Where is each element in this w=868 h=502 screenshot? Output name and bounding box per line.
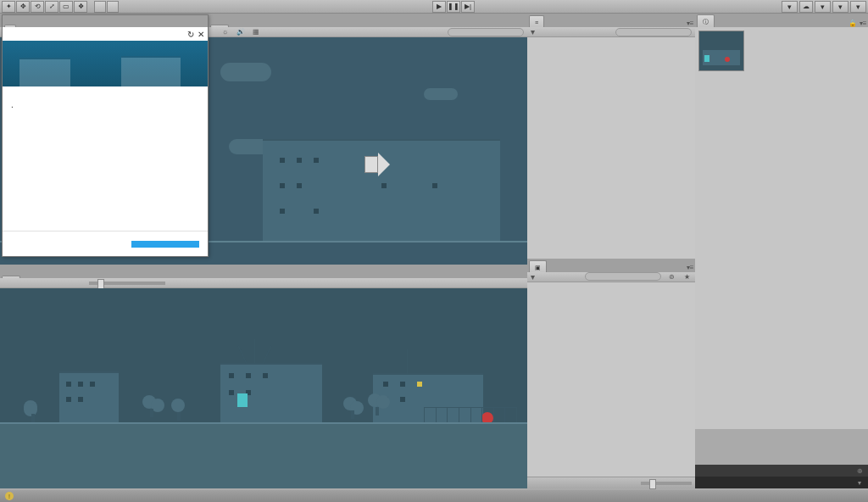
pivot-center-button[interactable]	[94, 1, 106, 13]
project-thumb-slider[interactable]	[641, 482, 692, 485]
transform-tools: ✦ ✥ ⟲ ⤢ ▭ ❖	[2, 1, 87, 13]
cloud-decoration	[424, 88, 458, 100]
hierarchy-tree[interactable]	[527, 37, 695, 259]
project-tab-row: ▣ ▾≡	[527, 259, 695, 272]
pivot-tools	[94, 1, 119, 13]
layout-button[interactable]: ▾	[850, 1, 866, 13]
inspector-header	[698, 31, 865, 71]
asset-f[interactable]: ▾	[854, 478, 865, 487]
project-create-button[interactable]: ▾	[531, 272, 535, 282]
project-filter-icon[interactable]: ⊚	[666, 272, 676, 281]
project-options-icon[interactable]: ▾≡	[685, 264, 695, 272]
hierarchy-search-input[interactable]	[615, 28, 692, 36]
walkthrough-refresh-icon[interactable]: ↻	[187, 30, 194, 39]
player-sprite	[237, 393, 248, 407]
inspector-tab[interactable]: ⓘ	[697, 14, 715, 27]
walkthrough-start-button[interactable]	[131, 241, 199, 248]
scene-light-icon[interactable]: ☼	[220, 28, 231, 36]
status-warning-icon[interactable]: !	[5, 492, 14, 500]
walkthrough-close-icon[interactable]: ✕	[198, 30, 204, 39]
antenna-decoration	[407, 349, 408, 373]
play-controls: ▶ ❚❚ ▶|	[432, 1, 475, 13]
inspector-tab-row: ⓘ 🔒 ▾≡	[695, 14, 868, 27]
hierarchy-tab[interactable]: ≡	[529, 15, 544, 27]
rotate-tool[interactable]: ⟲	[31, 1, 44, 13]
walkthrough-tab-row	[3, 15, 208, 27]
antenna-decoration	[254, 339, 255, 363]
tree-decoration	[142, 395, 161, 417]
scene-fx-icon[interactable]: ▦	[251, 28, 261, 36]
walkthrough-panel: ↻ ✕ .	[2, 14, 209, 257]
inspector-body	[695, 27, 868, 429]
game-toolbar	[0, 278, 527, 288]
antenna-decoration	[263, 346, 271, 363]
layers-button[interactable]: ▾	[832, 1, 849, 13]
cloud-button[interactable]: ☁	[799, 1, 813, 13]
scene-audio-icon[interactable]: 🔊	[236, 28, 246, 36]
walkthrough-banner	[3, 41, 208, 86]
fence-decoration	[424, 407, 517, 422]
collab-button[interactable]: ▾	[782, 1, 798, 13]
project-tree[interactable]	[527, 282, 695, 477]
move-tool[interactable]: ✥	[16, 1, 30, 13]
project-search-input[interactable]	[585, 272, 661, 281]
hand-tool[interactable]: ✦	[2, 1, 15, 13]
asset-labels-row: ⊕	[695, 465, 868, 477]
building-decoration	[220, 363, 322, 422]
walkthrough-footer	[3, 231, 208, 256]
tree-decoration	[170, 399, 188, 421]
antenna-decoration	[238, 346, 247, 363]
game-viewport[interactable]	[0, 288, 527, 488]
project-toolbar: ▾ ⊚ ★	[527, 272, 695, 282]
status-bar: !	[0, 490, 868, 502]
inspector-options-icon[interactable]: ▾≡	[858, 19, 868, 27]
hierarchy-tab-row: ≡ ▾≡	[527, 14, 695, 27]
inspector-lock-icon[interactable]: 🔒	[848, 19, 858, 27]
project-tab[interactable]: ▣	[529, 260, 547, 272]
tree-decoration	[343, 397, 362, 419]
rect-tool[interactable]: ▭	[59, 1, 73, 13]
asset-bundle-row: ▾	[695, 477, 868, 488]
cloud-decoration	[220, 63, 271, 81]
walkthrough-title-row: ↻ ✕	[3, 27, 208, 41]
account-button[interactable]: ▾	[815, 1, 831, 13]
step-button[interactable]: ▶|	[461, 1, 475, 13]
pivot-local-button[interactable]	[107, 1, 119, 13]
hierarchy-options-icon[interactable]: ▾≡	[685, 19, 695, 27]
hierarchy-create-button[interactable]: ▾	[531, 27, 535, 36]
project-footer	[527, 477, 695, 488]
main-toolbar: ✦ ✥ ⟲ ⤢ ▭ ❖ ▶ ❚❚ ▶| ▾ ☁ ▾ ▾ ▾	[0, 0, 868, 14]
play-button[interactable]: ▶	[432, 1, 446, 13]
walkthrough-content: .	[3, 86, 208, 231]
game-scale-slider[interactable]	[89, 282, 165, 285]
tree-decoration	[368, 393, 387, 416]
audio-source-gizmo[interactable]	[364, 148, 398, 181]
project-favorite-icon[interactable]: ★	[682, 272, 692, 281]
ground-fill	[0, 424, 527, 488]
hierarchy-toolbar: ▾	[527, 27, 695, 37]
multi-tool[interactable]: ❖	[74, 1, 87, 13]
right-toolbar: ▾ ☁ ▾ ▾ ▾	[782, 1, 866, 13]
game-tab-row	[0, 265, 527, 278]
asset-labels-add-icon[interactable]: ⊕	[854, 466, 865, 475]
walkthrough-p3: .	[11, 99, 199, 111]
building-decoration	[59, 371, 119, 422]
inspector-thumbnail	[698, 31, 744, 71]
pause-button[interactable]: ❚❚	[447, 1, 460, 13]
tree-decoration	[24, 400, 42, 422]
scene-search-input[interactable]	[448, 28, 524, 36]
scale-tool[interactable]: ⤢	[45, 1, 58, 13]
